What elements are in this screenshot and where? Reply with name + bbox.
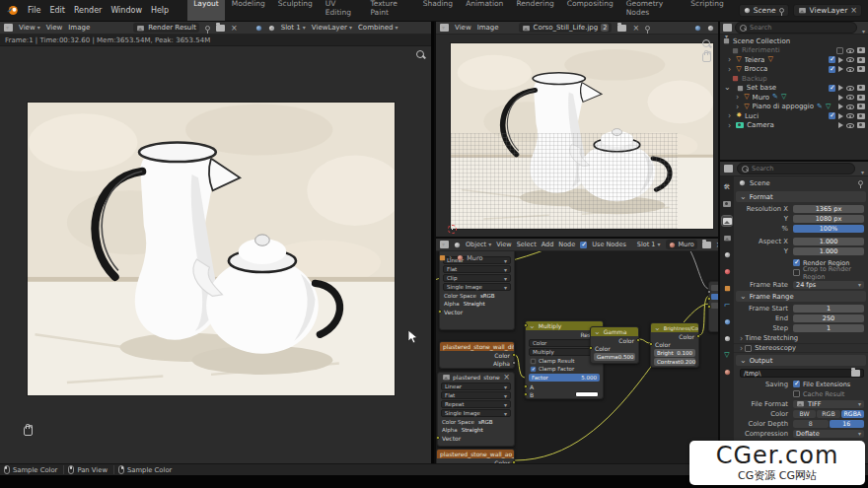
b-color-swatch[interactable] xyxy=(575,391,599,397)
bright-value-field[interactable]: Bright0.100 xyxy=(654,349,695,357)
file-format-dropdown[interactable]: TIFF xyxy=(793,400,864,408)
view-menu[interactable]: View xyxy=(455,24,471,32)
frame-start-field[interactable]: 1 xyxy=(793,305,864,313)
ao-texture-node[interactable]: plastered_stone_wall_ao_lfe.jpg Color Al… xyxy=(436,449,515,463)
display-settings-icon[interactable] xyxy=(708,25,713,30)
new-material-icon[interactable] xyxy=(702,242,711,248)
frame-rate-dropdown[interactable]: 24 fps xyxy=(793,281,864,289)
unlink-image-icon[interactable] xyxy=(231,24,238,33)
menu-render[interactable]: Render xyxy=(74,6,102,15)
expand-icon[interactable] xyxy=(728,111,733,120)
pin-icon[interactable] xyxy=(779,8,784,13)
menu-file[interactable]: File xyxy=(28,6,40,15)
tab-layout[interactable]: Layout xyxy=(187,0,225,21)
pin-icon[interactable] xyxy=(858,180,863,185)
color-output[interactable]: Color xyxy=(440,351,514,359)
color-output[interactable]: Color xyxy=(651,332,698,340)
editor-type-icon[interactable] xyxy=(4,24,13,32)
hide-icon[interactable] xyxy=(846,113,854,118)
properties-search[interactable] xyxy=(737,163,855,174)
output-path-field[interactable]: /tmp\ xyxy=(740,369,864,378)
exclude-checkbox[interactable] xyxy=(829,85,835,92)
menu-window[interactable]: Window xyxy=(110,6,142,15)
alpha-row[interactable]: AlphaStraight xyxy=(440,300,514,308)
exclude-checkbox[interactable] xyxy=(836,47,843,54)
tab-scripting[interactable]: Scripting xyxy=(685,0,729,21)
outliner-row-brocca[interactable]: ▽ Brocca xyxy=(720,65,868,75)
image-datablock-selector[interactable]: Render Result xyxy=(133,23,199,33)
resolution-x-field[interactable]: 1365 px xyxy=(793,205,864,213)
outliner-row-riferimenti[interactable]: Riferimenti xyxy=(720,46,868,56)
shader-mode-dropdown[interactable]: Object xyxy=(466,241,491,248)
tab-animation[interactable]: Animation xyxy=(460,0,509,21)
projection-dropdown[interactable]: Flat xyxy=(443,265,511,273)
tab-object-data[interactable]: ▽ xyxy=(722,350,732,360)
image-selector-row[interactable]: plastered_stone_... xyxy=(438,373,514,382)
b-input[interactable]: B xyxy=(526,390,603,398)
zoom-gizmo-icon[interactable] xyxy=(415,49,425,59)
outliner-row-teiera[interactable]: ▽ Teiera ▽ xyxy=(720,55,868,65)
collapse-icon[interactable] xyxy=(724,84,734,92)
tab-world[interactable] xyxy=(722,266,732,276)
layer-dropdown[interactable]: ViewLayer xyxy=(312,24,352,32)
search-input[interactable] xyxy=(752,165,850,173)
file-extensions-checkbox[interactable] xyxy=(793,381,800,387)
tab-rendering[interactable]: Rendering xyxy=(510,0,559,21)
hide-icon[interactable] xyxy=(846,123,854,128)
tab-geometry-nodes[interactable]: Geometry Nodes xyxy=(620,0,685,21)
frame-step-field[interactable]: 1 xyxy=(793,324,864,332)
color-input[interactable]: Color xyxy=(591,344,638,352)
outliner-row-set-base[interactable]: Set base xyxy=(720,84,868,94)
material-datablock-selector[interactable]: Muro xyxy=(666,240,697,249)
outliner-row-luci[interactable]: ✸ Luci xyxy=(720,111,868,121)
cache-result-checkbox[interactable] xyxy=(793,390,800,397)
render-canvas[interactable] xyxy=(0,46,431,463)
view-menu[interactable]: View xyxy=(496,241,511,248)
compression-dropdown[interactable]: Deflate xyxy=(793,430,864,438)
image-datablock-selector[interactable]: Corso_Still_Life.jpg 2 xyxy=(519,23,613,33)
vector-input[interactable]: Vector xyxy=(440,308,514,315)
viewlayer-selector[interactable]: ViewLayer xyxy=(793,4,862,17)
selectable-icon[interactable] xyxy=(838,57,843,63)
pan-hand-icon[interactable] xyxy=(24,426,33,436)
time-stretching-panel[interactable]: Time Stretching xyxy=(734,333,868,343)
hide-icon[interactable] xyxy=(846,105,854,109)
gamma-node[interactable]: Gamma Color Color Gamma0.500 xyxy=(590,326,639,364)
output-panel-header[interactable]: Output xyxy=(736,355,866,366)
hide-icon[interactable] xyxy=(846,95,854,100)
tab-view-layer[interactable] xyxy=(722,233,732,243)
editor-type-icon[interactable] xyxy=(440,24,449,32)
options-icon[interactable] xyxy=(859,160,864,178)
use-nodes-checkbox[interactable] xyxy=(580,242,587,248)
color-output[interactable]: Color xyxy=(591,336,638,344)
color-rgba-button[interactable]: RGBA xyxy=(841,410,864,418)
alpha-row[interactable]: AlphaStraight xyxy=(438,426,514,434)
vector-input[interactable]: Vector xyxy=(438,434,514,442)
resolution-y-field[interactable]: 1080 px xyxy=(793,215,864,223)
menu-help[interactable]: Help xyxy=(151,6,169,15)
tab-uv-editing[interactable]: UV Editing xyxy=(320,0,364,21)
tab-material[interactable] xyxy=(722,367,732,377)
selectable-icon[interactable] xyxy=(838,104,843,109)
mode-dropdown[interactable]: View xyxy=(19,24,40,32)
unlink-image-icon[interactable] xyxy=(632,24,639,33)
color-bw-button[interactable]: BW xyxy=(793,410,816,418)
clamp-factor-checkbox[interactable]: Clamp Factor xyxy=(526,365,603,373)
slot-dropdown[interactable]: Slot 1 xyxy=(637,241,661,248)
node-canvas[interactable]: Muro Linear Flat Clip Single Image Color… xyxy=(436,251,718,463)
gizmo-icon[interactable] xyxy=(695,25,700,30)
select-checkbox[interactable] xyxy=(829,56,835,63)
render-visibility-icon[interactable] xyxy=(857,113,865,119)
outliner-row-backup[interactable]: Backup xyxy=(720,74,868,84)
fake-user-icon[interactable] xyxy=(205,26,210,31)
display-mode-icon[interactable] xyxy=(723,24,732,32)
pin-icon[interactable] xyxy=(645,26,650,31)
users-count-badge[interactable]: 2 xyxy=(601,24,609,32)
outliner-row-piano-di-appoggio[interactable]: ▽ Piano di appoggio ✎ ▽ xyxy=(720,103,868,112)
tab-output[interactable] xyxy=(722,216,732,226)
expand-icon[interactable] xyxy=(728,55,733,64)
expand-icon[interactable] xyxy=(728,121,733,130)
unlink-icon[interactable] xyxy=(503,373,510,382)
crop-region-checkbox[interactable] xyxy=(793,269,800,276)
gamma-value-field[interactable]: Gamma0.500 xyxy=(594,353,635,361)
